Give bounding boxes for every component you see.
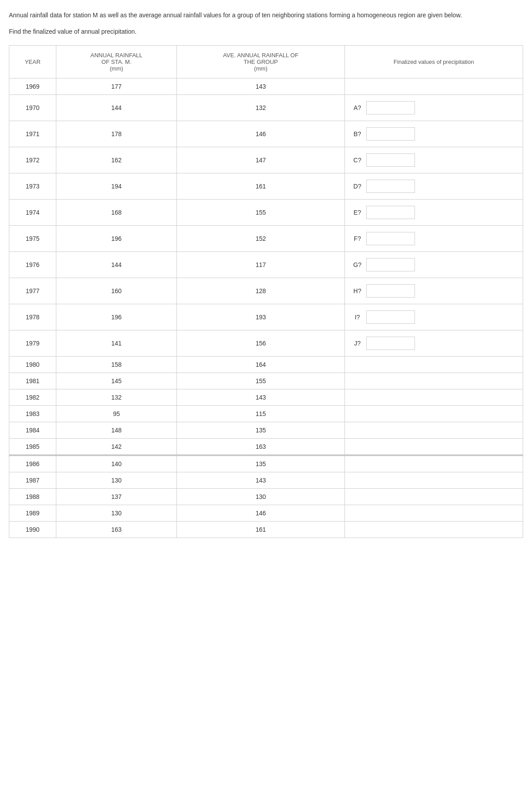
cell-finalized-1979[interactable]: J? xyxy=(345,330,523,357)
cell-finalized-1977[interactable]: H? xyxy=(345,278,523,304)
cell-finalized-1972[interactable]: C? xyxy=(345,147,523,173)
cell-annual-1969: 177 xyxy=(56,78,177,95)
answer-label-e: E? xyxy=(352,209,363,216)
cell-finalized-1971[interactable]: B? xyxy=(345,121,523,147)
cell-year-1969: 1969 xyxy=(9,78,56,95)
answer-input-f[interactable] xyxy=(366,232,415,245)
cell-year-1981: 1981 xyxy=(9,373,56,389)
cell-ave-1976: 117 xyxy=(177,252,345,278)
cell-ave-1982: 143 xyxy=(177,389,345,406)
header-finalized: Finalized values of precipitation xyxy=(345,46,523,78)
rainfall-table: YEAR ANNUAL RAINFALLOF STA. M.(mm) AVE. … xyxy=(9,45,523,538)
cell-finalized-1978[interactable]: I? xyxy=(345,304,523,330)
cell-ave-1990: 161 xyxy=(177,522,345,538)
cell-annual-1985: 142 xyxy=(56,439,177,455)
cell-year-1978: 1978 xyxy=(9,304,56,330)
answer-label-d: D? xyxy=(352,183,363,190)
cell-ave-1969: 143 xyxy=(177,78,345,95)
cell-year-1986: 1986 xyxy=(9,455,56,472)
cell-annual-1972: 162 xyxy=(56,147,177,173)
cell-year-1989: 1989 xyxy=(9,505,56,522)
cell-annual-1977: 160 xyxy=(56,278,177,304)
answer-label-j: J? xyxy=(352,340,363,347)
answer-label-g: G? xyxy=(352,261,363,268)
answer-input-a[interactable] xyxy=(366,101,415,114)
answer-input-j[interactable] xyxy=(366,337,415,350)
cell-annual-1973: 194 xyxy=(56,173,177,200)
cell-year-1973: 1973 xyxy=(9,173,56,200)
cell-finalized-1990 xyxy=(345,522,523,538)
cell-finalized-1982 xyxy=(345,389,523,406)
cell-year-1975: 1975 xyxy=(9,226,56,252)
cell-finalized-1974[interactable]: E? xyxy=(345,200,523,226)
cell-finalized-1984 xyxy=(345,422,523,439)
cell-year-1982: 1982 xyxy=(9,389,56,406)
cell-year-1971: 1971 xyxy=(9,121,56,147)
cell-annual-1989: 130 xyxy=(56,505,177,522)
cell-finalized-1987 xyxy=(345,472,523,489)
answer-label-b: B? xyxy=(352,130,363,137)
cell-year-1979: 1979 xyxy=(9,330,56,357)
answer-input-h[interactable] xyxy=(366,284,415,298)
cell-finalized-1985 xyxy=(345,439,523,455)
answer-input-g[interactable] xyxy=(366,258,415,271)
cell-year-1984: 1984 xyxy=(9,422,56,439)
cell-year-1988: 1988 xyxy=(9,489,56,505)
cell-annual-1983: 95 xyxy=(56,406,177,422)
cell-annual-1988: 137 xyxy=(56,489,177,505)
cell-ave-1984: 135 xyxy=(177,422,345,439)
cell-ave-1985: 163 xyxy=(177,439,345,455)
cell-annual-1990: 163 xyxy=(56,522,177,538)
header-annual-rainfall: ANNUAL RAINFALLOF STA. M.(mm) xyxy=(56,46,177,78)
cell-finalized-1986 xyxy=(345,455,523,472)
cell-year-1972: 1972 xyxy=(9,147,56,173)
cell-ave-1986: 135 xyxy=(177,455,345,472)
answer-label-c: C? xyxy=(352,157,363,164)
cell-finalized-1975[interactable]: F? xyxy=(345,226,523,252)
cell-year-1990: 1990 xyxy=(9,522,56,538)
cell-ave-1978: 193 xyxy=(177,304,345,330)
cell-annual-1978: 196 xyxy=(56,304,177,330)
cell-ave-1971: 146 xyxy=(177,121,345,147)
cell-finalized-1989 xyxy=(345,505,523,522)
cell-year-1983: 1983 xyxy=(9,406,56,422)
cell-finalized-1970[interactable]: A? xyxy=(345,95,523,121)
cell-year-1987: 1987 xyxy=(9,472,56,489)
answer-input-b[interactable] xyxy=(366,127,415,141)
cell-finalized-1981 xyxy=(345,373,523,389)
cell-annual-1971: 178 xyxy=(56,121,177,147)
cell-year-1974: 1974 xyxy=(9,200,56,226)
answer-input-i[interactable] xyxy=(366,310,415,324)
cell-annual-1976: 144 xyxy=(56,252,177,278)
answer-input-c[interactable] xyxy=(366,153,415,167)
cell-year-1977: 1977 xyxy=(9,278,56,304)
cell-ave-1977: 128 xyxy=(177,278,345,304)
cell-finalized-1969 xyxy=(345,78,523,95)
cell-year-1980: 1980 xyxy=(9,357,56,373)
cell-annual-1986: 140 xyxy=(56,455,177,472)
cell-ave-1989: 146 xyxy=(177,505,345,522)
header-ave-annual: AVE. ANNUAL RAINFALL OFTHE GROUP(mm) xyxy=(177,46,345,78)
question-text: Find the finalized value of annual preci… xyxy=(9,27,523,36)
cell-ave-1973: 161 xyxy=(177,173,345,200)
header-year: YEAR xyxy=(9,46,56,78)
cell-ave-1970: 132 xyxy=(177,95,345,121)
cell-finalized-1976[interactable]: G? xyxy=(345,252,523,278)
cell-year-1976: 1976 xyxy=(9,252,56,278)
cell-finalized-1988 xyxy=(345,489,523,505)
cell-annual-1982: 132 xyxy=(56,389,177,406)
cell-annual-1984: 148 xyxy=(56,422,177,439)
cell-annual-1981: 145 xyxy=(56,373,177,389)
cell-ave-1981: 155 xyxy=(177,373,345,389)
cell-annual-1987: 130 xyxy=(56,472,177,489)
cell-annual-1979: 141 xyxy=(56,330,177,357)
cell-finalized-1973[interactable]: D? xyxy=(345,173,523,200)
cell-annual-1974: 168 xyxy=(56,200,177,226)
answer-label-a: A? xyxy=(352,104,363,111)
answer-input-e[interactable] xyxy=(366,206,415,219)
answer-label-h: H? xyxy=(352,287,363,294)
cell-ave-1987: 143 xyxy=(177,472,345,489)
answer-input-d[interactable] xyxy=(366,180,415,193)
cell-annual-1970: 144 xyxy=(56,95,177,121)
cell-finalized-1980 xyxy=(345,357,523,373)
